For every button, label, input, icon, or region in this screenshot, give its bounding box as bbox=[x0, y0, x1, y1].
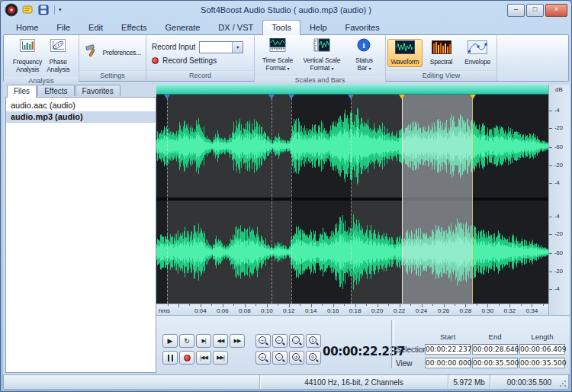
db-tick bbox=[549, 111, 552, 111]
overview-bar[interactable] bbox=[156, 85, 548, 95]
status-bar-label: Status bbox=[355, 56, 373, 64]
quick-access-dropdown-icon[interactable]: ▾ bbox=[59, 7, 62, 13]
vertical-scale-format-button[interactable]: Vertical Scale Format ▾ bbox=[300, 36, 343, 74]
selection-length-field[interactable]: 00:00:06.409 bbox=[519, 344, 565, 355]
close-button[interactable]: × bbox=[545, 4, 567, 17]
waveform-canvas[interactable] bbox=[156, 95, 548, 304]
ribbon-group-label-scales: Scales and Bars bbox=[255, 75, 385, 85]
envelope-view-icon bbox=[468, 40, 487, 57]
status-bar-button[interactable]: i Status Bar ▾ bbox=[345, 36, 384, 74]
time-tick bbox=[410, 304, 411, 306]
spectral-view-button[interactable]: Spectral bbox=[424, 39, 459, 67]
db-label: -60 bbox=[554, 144, 563, 150]
db-ruler: dB -4-20-60-20-4-4-20-60-20-4 bbox=[548, 85, 570, 315]
selection-region[interactable] bbox=[402, 95, 473, 304]
maximize-button[interactable]: □ bbox=[526, 4, 544, 17]
phase-analysis-label: Phase bbox=[50, 58, 67, 66]
frequency-analysis-label: Frequency bbox=[13, 58, 42, 66]
menu-tab-tools[interactable]: Tools bbox=[262, 20, 300, 35]
view-length-field[interactable]: 00:00:35.500 bbox=[519, 358, 565, 368]
panel-tab-effects[interactable]: Effects bbox=[37, 85, 74, 96]
selection-header-length: Length bbox=[519, 333, 565, 341]
file-list[interactable]: audio.aac (audio)audio.mp3 (audio) bbox=[5, 97, 156, 373]
selection-header-end: End bbox=[472, 333, 518, 341]
time-scale-format-button[interactable]: Time Scale Format ▾ bbox=[256, 36, 299, 74]
menu-tab-home[interactable]: Home bbox=[7, 20, 47, 34]
app-icon[interactable] bbox=[5, 4, 18, 17]
time-tick bbox=[388, 304, 389, 306]
minimize-button[interactable]: – bbox=[507, 4, 525, 17]
selection-start-field[interactable]: 00:00:22.237 bbox=[425, 344, 471, 355]
selection-end-field[interactable]: 00:00:28.646 bbox=[472, 344, 518, 355]
db-tick bbox=[549, 234, 552, 235]
db-label: -20 bbox=[554, 268, 563, 275]
record-settings-button[interactable]: Record Settings bbox=[152, 56, 217, 65]
time-tick bbox=[278, 304, 278, 306]
time-scale-label: Time Scale bbox=[262, 56, 293, 64]
db-label: -4 bbox=[554, 286, 560, 292]
status-size: 5.972 Mb bbox=[448, 375, 490, 389]
db-tick bbox=[549, 253, 552, 254]
menu-tab-dx-vst[interactable]: DX / VST bbox=[209, 20, 262, 34]
phase-analysis-button[interactable]: Phase Analysis bbox=[45, 36, 71, 75]
panel-tab-files[interactable]: Files bbox=[7, 85, 37, 98]
time-unit-label: hms bbox=[159, 307, 170, 314]
notes-icon[interactable] bbox=[21, 4, 34, 17]
files-panel: FilesEffectsFavorites audio.aac (audio)a… bbox=[5, 85, 156, 373]
waveform-view-icon bbox=[395, 40, 415, 57]
file-item[interactable]: audio.aac (audio) bbox=[6, 100, 156, 111]
selection-handle-icon[interactable] bbox=[399, 95, 405, 99]
window-title: Soft4Boost Audio Studio ( audio.mp3 (aud… bbox=[1, 5, 571, 14]
time-label: 0:26 bbox=[438, 307, 450, 314]
svg-text:i: i bbox=[363, 40, 365, 50]
phase-analysis-label2: Analysis bbox=[47, 66, 69, 73]
frequency-analysis-button[interactable]: Frequency Analysis bbox=[11, 36, 43, 75]
time-label: 0:18 bbox=[349, 307, 362, 314]
panel-tab-favorites[interactable]: Favorites bbox=[76, 85, 121, 96]
selection-view-panel: Start End Length Selection 00:00:22.237 … bbox=[156, 316, 570, 373]
app-window: ▾ Soft4Boost Audio Studio ( audio.mp3 (a… bbox=[0, 0, 572, 392]
record-input-select[interactable]: ▾ bbox=[199, 41, 243, 53]
save-icon[interactable] bbox=[37, 4, 50, 17]
time-scale-icon bbox=[269, 37, 286, 56]
menu-tab-generate[interactable]: Generate bbox=[156, 20, 209, 34]
marker-icon[interactable] bbox=[164, 95, 170, 99]
time-tick bbox=[300, 304, 300, 306]
time-label: 0:24 bbox=[416, 307, 428, 314]
view-end-field[interactable]: 00:00:35.500 bbox=[472, 358, 518, 368]
db-label: -20 bbox=[554, 231, 563, 237]
time-tick bbox=[499, 304, 500, 306]
time-label: 0:28 bbox=[460, 307, 472, 314]
menu-tab-favorites[interactable]: Favorites bbox=[336, 20, 389, 34]
playhead bbox=[402, 95, 403, 304]
selection-handle-icon[interactable] bbox=[470, 95, 476, 99]
view-start-field[interactable]: 00:00:00.000 bbox=[425, 358, 471, 368]
vertical-scale-icon bbox=[313, 37, 330, 56]
db-tick bbox=[549, 217, 552, 217]
ribbon-group-label-editing-view: Editing View bbox=[386, 70, 496, 81]
marker-icon[interactable] bbox=[348, 95, 354, 99]
waveform-view-button[interactable]: Waveform bbox=[387, 39, 423, 67]
menu-tab-help[interactable]: Help bbox=[300, 20, 336, 34]
menu-tab-edit[interactable]: Edit bbox=[79, 20, 112, 34]
file-item[interactable]: audio.mp3 (audio) bbox=[6, 111, 156, 123]
preferences-button[interactable]: Preferences... bbox=[82, 42, 142, 64]
menu-tab-effects[interactable]: Effects bbox=[112, 20, 156, 34]
title-bar[interactable]: ▾ Soft4Boost Audio Studio ( audio.mp3 (a… bbox=[1, 1, 571, 19]
time-ruler[interactable]: hms 0:040:060:080:100:120:140:160:180:20… bbox=[156, 304, 548, 315]
time-tick bbox=[366, 304, 367, 306]
marker-icon[interactable] bbox=[268, 95, 275, 99]
marker-icon[interactable] bbox=[288, 95, 294, 99]
time-label: 0:30 bbox=[482, 307, 494, 314]
resize-grip[interactable] bbox=[559, 380, 567, 387]
time-label: 0:16 bbox=[327, 307, 339, 314]
time-tick bbox=[543, 304, 544, 306]
chevron-down-icon[interactable]: ▾ bbox=[232, 42, 243, 53]
vertical-scale-label2: Format bbox=[310, 64, 330, 72]
time-tick bbox=[255, 304, 256, 306]
ribbon-group-settings: Preferences... Settings bbox=[79, 35, 146, 81]
db-tick bbox=[549, 183, 552, 184]
ribbon-group-label-record: Record bbox=[146, 70, 254, 81]
envelope-view-button[interactable]: Envelope bbox=[460, 39, 495, 67]
menu-tab-file[interactable]: File bbox=[47, 20, 79, 34]
